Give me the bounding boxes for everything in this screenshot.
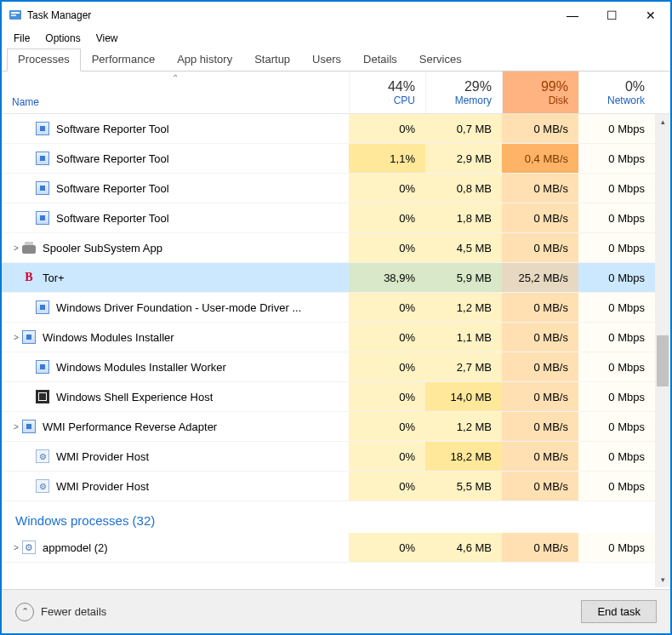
process-name: Software Reporter Tool (56, 182, 169, 195)
table-row[interactable]: >⚙appmodel (2)0%4,6 MB0 MB/s0 Mbps (2, 533, 655, 563)
disk-cell: 0 MB/s (502, 233, 578, 262)
table-row[interactable]: Windows Modules Installer Worker0%2,7 MB… (2, 352, 655, 382)
disk-cell: 0 MB/s (502, 114, 578, 143)
close-button[interactable]: ✕ (631, 2, 670, 29)
disk-label: Disk (506, 94, 568, 106)
titlebar: Task Manager — ☐ ✕ (2, 2, 670, 29)
memory-cell: 4,5 MB (425, 233, 502, 262)
process-name: appmodel (2) (43, 541, 108, 554)
network-cell: 0 Mbps (578, 263, 655, 292)
tab-performance[interactable]: Performance (81, 49, 166, 72)
memory-label: Memory (430, 94, 492, 106)
svg-rect-1 (11, 12, 20, 14)
sort-indicator-icon: ⌃ (172, 73, 179, 83)
network-cell: 0 Mbps (578, 114, 655, 143)
name-cell: Software Reporter Tool (2, 152, 349, 165)
column-disk[interactable]: 99% Disk (502, 72, 578, 113)
app-default-icon (22, 330, 36, 344)
tab-users[interactable]: Users (301, 49, 352, 72)
group-header: Windows processes (32) (2, 501, 655, 533)
scroll-up-icon[interactable]: ▴ (655, 114, 670, 129)
scroll-down-icon[interactable]: ▾ (655, 572, 670, 587)
table-row[interactable]: Windows Driver Foundation - User-mode Dr… (2, 293, 655, 323)
column-name[interactable]: ⌃ Name (2, 72, 349, 113)
process-name: Software Reporter Tool (56, 152, 169, 165)
menu-options[interactable]: Options (38, 31, 87, 46)
process-name: WMI Performance Reverse Adapter (43, 420, 217, 433)
process-name: Software Reporter Tool (56, 212, 169, 225)
memory-cell: 1,8 MB (425, 203, 502, 232)
network-cell: 0 Mbps (578, 203, 655, 232)
column-headers: ⌃ Name 44% CPU 29% Memory 99% Disk 0% Ne… (2, 72, 670, 114)
fewer-details-button[interactable]: ⌃ Fewer details (15, 603, 581, 621)
table-row[interactable]: Software Reporter Tool0%1,8 MB0 MB/s0 Mb… (2, 203, 655, 233)
cpu-cell: 0% (349, 114, 425, 143)
table-row[interactable]: >Windows Modules Installer0%1,1 MB0 MB/s… (2, 323, 655, 352)
table-row[interactable]: >WMI Performance Reverse Adapter0%1,2 MB… (2, 412, 655, 442)
cpu-label: CPU (353, 94, 415, 106)
tab-services[interactable]: Services (408, 49, 473, 72)
disk-cell: 0 MB/s (502, 352, 578, 381)
table-row[interactable]: BTor+38,9%5,9 MB25,2 MB/s0 Mbps (2, 263, 655, 293)
printer-icon (22, 241, 36, 255)
gear-icon: ⚙ (22, 541, 36, 554)
table-row[interactable]: WMI Provider Host0%5,5 MB0 MB/s0 Mbps (2, 472, 655, 501)
cpu-cell: 0% (349, 412, 425, 441)
expand-icon[interactable]: > (10, 243, 22, 253)
memory-cell: 1,1 MB (425, 323, 502, 352)
tab-processes[interactable]: Processes (7, 49, 81, 72)
cpu-cell: 0% (349, 352, 425, 381)
table-row[interactable]: Software Reporter Tool0%0,7 MB0 MB/s0 Mb… (2, 114, 655, 144)
column-cpu[interactable]: 44% CPU (349, 72, 425, 113)
table-row[interactable]: WMI Provider Host0%18,2 MB0 MB/s0 Mbps (2, 442, 655, 472)
network-cell: 0 Mbps (578, 382, 655, 411)
memory-cell: 1,2 MB (425, 412, 502, 441)
network-cell: 0 Mbps (578, 233, 655, 262)
process-name: WMI Provider Host (56, 480, 149, 493)
end-task-button[interactable]: End task (581, 600, 657, 623)
chevron-up-icon: ⌃ (15, 603, 34, 621)
maximize-button[interactable]: ☐ (592, 2, 631, 29)
expand-icon[interactable]: > (10, 422, 22, 432)
process-name: Software Reporter Tool (56, 123, 169, 135)
table-row[interactable]: Software Reporter Tool1,1%2,9 MB0,4 MB/s… (2, 144, 655, 174)
process-name: Tor+ (43, 272, 65, 284)
process-name: WMI Provider Host (56, 450, 149, 463)
expand-icon[interactable]: > (10, 543, 22, 552)
cpu-cell: 38,9% (349, 263, 425, 292)
table-row[interactable]: Windows Shell Experience Host0%14,0 MB0 … (2, 382, 655, 412)
scroll-thumb[interactable] (657, 335, 669, 386)
table-row[interactable]: >Spooler SubSystem App0%4,5 MB0 MB/s0 Mb… (2, 233, 655, 263)
memory-cell: 2,7 MB (425, 352, 502, 381)
cpu-cell: 0% (349, 472, 425, 501)
tab-details[interactable]: Details (352, 49, 408, 72)
app-icon (9, 9, 22, 22)
name-cell: >Spooler SubSystem App (2, 241, 349, 255)
minimize-button[interactable]: — (553, 2, 592, 29)
network-cell: 0 Mbps (578, 472, 655, 501)
network-total: 0% (583, 79, 645, 94)
menu-view[interactable]: View (89, 31, 125, 46)
tab-app-history[interactable]: App history (166, 49, 243, 72)
service-icon (36, 449, 49, 463)
app-default-icon (22, 420, 36, 433)
menu-file[interactable]: File (7, 31, 37, 46)
scrollbar[interactable]: ▴ ▾ (655, 114, 670, 587)
network-cell: 0 Mbps (578, 144, 655, 173)
memory-total: 29% (430, 79, 492, 94)
disk-cell: 0 MB/s (502, 412, 578, 441)
expand-icon[interactable]: > (10, 333, 22, 342)
menubar: File Options View (2, 29, 670, 48)
memory-cell: 18,2 MB (425, 442, 502, 471)
column-network[interactable]: 0% Network (578, 72, 655, 113)
network-label: Network (583, 94, 645, 106)
disk-cell: 0 MB/s (502, 472, 578, 501)
tab-startup[interactable]: Startup (243, 49, 301, 72)
table-row[interactable]: Software Reporter Tool0%0,8 MB0 MB/s0 Mb… (2, 174, 655, 203)
cpu-cell: 0% (349, 174, 425, 203)
network-cell: 0 Mbps (578, 352, 655, 381)
app-default-icon (36, 152, 49, 165)
column-memory[interactable]: 29% Memory (425, 72, 502, 113)
disk-cell: 0 MB/s (502, 293, 578, 322)
memory-cell: 4,6 MB (425, 533, 502, 562)
